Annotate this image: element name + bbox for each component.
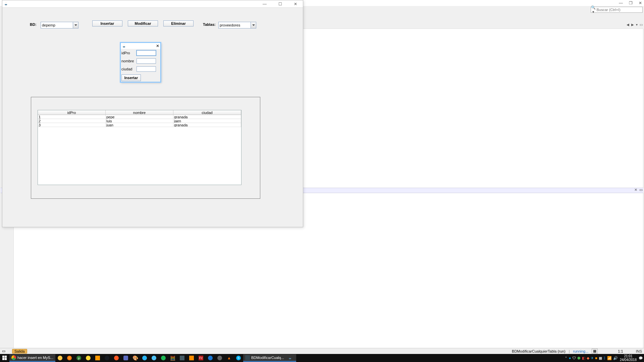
taskbar-paint-icon[interactable]: 🎨 bbox=[130, 354, 140, 362]
taskbar-app-netbeans[interactable]: BDModificarCualq... bbox=[243, 354, 286, 362]
output-close-icon[interactable]: ✕ bbox=[634, 188, 637, 192]
tablas-label: Tablas: bbox=[203, 22, 216, 26]
tray-volume-icon[interactable]: 🔊 bbox=[613, 356, 618, 360]
table-empty-area bbox=[38, 127, 241, 185]
insert-dialog: ✕ idPro nombre ciudad Insertar bbox=[120, 43, 161, 82]
cell: 1 bbox=[38, 115, 106, 119]
tray-app-icon[interactable]: ◆ bbox=[587, 356, 589, 360]
nav-back-icon[interactable]: ◀ bbox=[626, 23, 630, 26]
cell: 2 bbox=[38, 119, 106, 123]
table-body: 1 pepe granada 2 luis jaen 3 juan granad… bbox=[38, 115, 241, 127]
taskbar-spotify-icon[interactable] bbox=[159, 354, 168, 362]
ide-close-button[interactable]: ✕ bbox=[639, 1, 642, 5]
taskbar-app-icon[interactable] bbox=[149, 354, 159, 362]
close-button[interactable]: ✕ bbox=[291, 2, 300, 6]
bd-combobox[interactable]: depemp bbox=[41, 22, 78, 28]
taskbar-utorrent-icon[interactable]: µ bbox=[74, 354, 84, 362]
column-header[interactable]: idPro bbox=[38, 110, 106, 115]
editor-nav-buttons: ◀ ▶ ▾ ▭ bbox=[626, 23, 643, 26]
data-table[interactable]: idPro nombre ciudad 1 pepe granada 2 lui… bbox=[38, 110, 241, 185]
column-header[interactable]: nombre bbox=[106, 110, 173, 115]
modificar-button[interactable]: Modificar bbox=[128, 20, 158, 26]
maximize-button[interactable]: ☐ bbox=[275, 2, 285, 6]
idpro-input[interactable] bbox=[137, 50, 156, 56]
clock-date: 24/04/2018 bbox=[620, 358, 637, 362]
ide-minimize-button[interactable]: — bbox=[619, 1, 623, 5]
taskbar-app-icon[interactable] bbox=[121, 354, 130, 362]
ide-search-box[interactable]: 🔍▾ bbox=[591, 7, 643, 13]
table-row[interactable]: 1 pepe granada bbox=[38, 115, 241, 119]
tray-telegram-icon[interactable]: ✈ bbox=[591, 356, 594, 360]
ide-maximize-button[interactable]: ❐ bbox=[629, 1, 633, 5]
output-max-icon[interactable]: ▭ bbox=[639, 188, 643, 192]
tray-app-icon[interactable]: ◧ bbox=[582, 356, 585, 360]
netbeans-icon bbox=[245, 355, 250, 360]
svg-rect-3 bbox=[5, 358, 7, 360]
table-header-row: idPro nombre ciudad bbox=[38, 110, 241, 115]
salida-tab[interactable]: Salida bbox=[12, 349, 27, 354]
maximize-editor-icon[interactable]: ▭ bbox=[639, 23, 643, 26]
taskbar-explorer-icon[interactable] bbox=[55, 354, 65, 362]
taskbar-app-icon[interactable] bbox=[84, 354, 93, 362]
tablas-combobox[interactable]: proveedores bbox=[218, 22, 256, 28]
ciudad-label: ciudad bbox=[121, 67, 137, 71]
bd-label: BD: bbox=[30, 22, 37, 26]
chevron-down-icon[interactable] bbox=[251, 22, 256, 28]
tray-skype-icon[interactable]: ● bbox=[569, 356, 571, 360]
taskbar-filezilla-icon[interactable]: Fz bbox=[196, 354, 206, 362]
taskbar-app-icon[interactable] bbox=[177, 354, 187, 362]
tray-app-icon[interactable]: ▦ bbox=[599, 356, 602, 360]
cell: juan bbox=[106, 123, 173, 127]
tray-wifi-icon[interactable]: 📶 bbox=[607, 356, 612, 360]
cell: granada bbox=[173, 123, 241, 127]
clock[interactable]: 21:01 24/04/2018 bbox=[620, 354, 637, 362]
nombre-label: nombre bbox=[121, 59, 137, 63]
nombre-input[interactable] bbox=[137, 58, 156, 64]
taskbar-xampp-icon[interactable] bbox=[187, 354, 196, 362]
window-list-icon[interactable]: ▭ bbox=[2, 349, 5, 353]
start-button[interactable] bbox=[0, 354, 9, 362]
taskbar-steam-icon[interactable] bbox=[102, 354, 112, 362]
taskbar-telegram-icon[interactable] bbox=[140, 354, 149, 362]
table-row[interactable]: 3 juan granada bbox=[38, 123, 241, 127]
run-status-label: running... bbox=[573, 349, 588, 353]
taskbar-app-icon[interactable] bbox=[206, 354, 215, 362]
eliminar-button[interactable]: Eliminar bbox=[163, 20, 194, 26]
taskbar-calc-icon[interactable]: 🧮 bbox=[168, 354, 177, 362]
taskbar-app-icon[interactable] bbox=[112, 354, 121, 362]
nav-dropdown-icon[interactable]: ▾ bbox=[635, 23, 638, 26]
tray-app-icon[interactable]: ⬢ bbox=[577, 356, 581, 360]
dialog-insertar-button[interactable]: Insertar bbox=[121, 74, 141, 81]
tablas-selected-value: proveedores bbox=[219, 23, 251, 27]
minimize-button[interactable]: — bbox=[260, 2, 269, 6]
ide-search-input[interactable] bbox=[596, 7, 642, 12]
tray-app-icon[interactable]: ■ bbox=[595, 356, 597, 360]
notifications-icon[interactable]: 💬 bbox=[639, 356, 643, 360]
java-cup-icon bbox=[4, 2, 8, 6]
output-panel-controls: ✕ ▭ bbox=[634, 188, 643, 192]
taskbar-app-label: hacer insert en MyS... bbox=[17, 356, 53, 360]
cell: luis bbox=[106, 119, 173, 123]
tray-windows-defender-icon[interactable]: 🛡 bbox=[572, 356, 576, 360]
java-cup-icon bbox=[288, 355, 293, 360]
dialog-close-button[interactable]: ✕ bbox=[156, 44, 159, 48]
taskbar-app-chrome[interactable]: hacer insert en MyS... bbox=[9, 354, 55, 362]
table-row[interactable]: 2 luis jaen bbox=[38, 119, 241, 123]
main-window-titlebar: — ☐ ✕ bbox=[2, 0, 303, 8]
taskbar-sublime-icon[interactable] bbox=[93, 354, 102, 362]
taskbar-app-icon[interactable] bbox=[65, 354, 74, 362]
bd-selected-value: depemp bbox=[41, 23, 73, 27]
taskbar-app-java[interactable] bbox=[286, 354, 296, 362]
taskbar-vlc-icon[interactable]: ▲ bbox=[224, 354, 234, 362]
column-header[interactable]: ciudad bbox=[173, 110, 241, 115]
chevron-down-icon[interactable] bbox=[73, 22, 78, 28]
ciudad-input[interactable] bbox=[137, 66, 156, 72]
tray-icons: ● 🛡 ⬢ ◧ ◆ ✈ ■ ▦ ᛒ 📶 🔊 bbox=[569, 356, 618, 360]
taskbar-skype-icon[interactable]: S bbox=[234, 354, 243, 362]
insert-mode: INS bbox=[636, 349, 642, 353]
nav-fwd-icon[interactable]: ▶ bbox=[631, 23, 635, 26]
tray-bluetooth-icon[interactable]: ᛒ bbox=[603, 356, 606, 360]
taskbar-app-icon[interactable] bbox=[215, 354, 224, 362]
insertar-button[interactable]: Insertar bbox=[92, 20, 122, 26]
tray-expand-icon[interactable]: ˄ bbox=[565, 356, 567, 360]
